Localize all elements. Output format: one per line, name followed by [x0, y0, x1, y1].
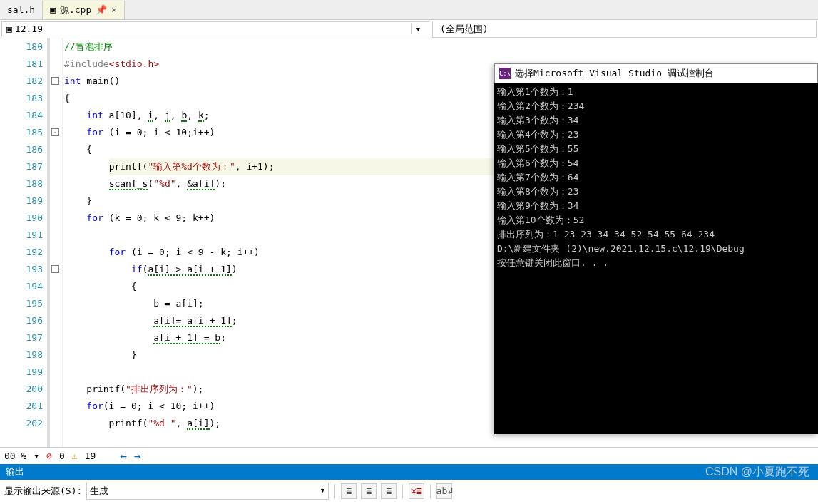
output-title: 输出 [6, 466, 24, 478]
error-count: 0 [59, 451, 65, 461]
error-icon[interactable]: ⊘ [46, 451, 52, 461]
fold-toggle[interactable]: - [51, 77, 59, 85]
folding-gutter: --- [50, 38, 63, 447]
output-wrap-button[interactable]: ab↲ [436, 483, 452, 499]
output-source-label: 显示输出来源(S): [4, 485, 82, 498]
breadcrumb-text: 12.19 [15, 24, 43, 34]
fold-toggle[interactable]: - [51, 128, 59, 136]
output-source-select[interactable]: 生成 ▾ [86, 483, 329, 500]
tab-label: sal.h [7, 4, 35, 15]
console-title: 选择Microsoft Visual Studio 调试控制台 [515, 66, 714, 81]
tab-salh[interactable]: sal.h [0, 1, 43, 19]
output-toolbar: 显示输出来源(S): 生成 ▾ ≣ ≣ ≣ ✕≣ ab↲ [0, 480, 818, 501]
output-btn-2[interactable]: ≣ [361, 483, 377, 499]
chevron-down-icon[interactable]: ▾ [411, 24, 424, 34]
debug-console-window[interactable]: C:\ 选择Microsoft Visual Studio 调试控制台 输入第1… [494, 63, 818, 434]
warning-count: 19 [85, 451, 96, 461]
fold-toggle[interactable]: - [51, 265, 59, 273]
output-btn-1[interactable]: ≣ [341, 483, 357, 499]
nav-back-icon[interactable]: ← [120, 449, 127, 463]
output-panel-header[interactable]: 输出 [0, 464, 818, 480]
chevron-down-icon: ▾ [319, 485, 325, 498]
scope-label: (全局范围) [440, 24, 489, 34]
tab-source-cpp[interactable]: ▣ 源.cpp 📌 ✕ [43, 1, 125, 19]
vs-icon: C:\ [499, 68, 511, 79]
pin-icon[interactable]: 📌 [96, 4, 107, 15]
file-icon: ▣ [50, 4, 56, 15]
console-titlebar[interactable]: C:\ 选择Microsoft Visual Studio 调试控制台 [494, 63, 818, 83]
tab-label: 源.cpp [60, 4, 91, 16]
breadcrumb-project[interactable]: ▣ 12.19 ▾ [1, 21, 429, 36]
output-btn-3[interactable]: ≣ [381, 483, 397, 499]
scope-selector[interactable]: (全局范围) [432, 21, 817, 38]
output-source-value: 生成 [90, 485, 108, 498]
tab-bar: sal.h ▣ 源.cpp 📌 ✕ [0, 0, 818, 20]
watermark: CSDN @小夏跑不死 [705, 465, 809, 480]
breadcrumb-bar: ▣ 12.19 ▾ (全局范围) [0, 20, 818, 38]
close-icon[interactable]: ✕ [111, 4, 117, 15]
editor-statusbar: 00 % ▾ ⊘0 ⚠19 ← → [0, 447, 818, 464]
project-icon: ▣ [6, 24, 12, 34]
warning-icon[interactable]: ⚠ [72, 451, 78, 461]
nav-forward-icon[interactable]: → [134, 449, 141, 463]
zoom-level[interactable]: 00 % [4, 451, 26, 461]
console-output: 输入第1个数为：1 输入第2个数为：234 输入第3个数为：34 输入第4个数为… [494, 83, 818, 272]
output-clear-button[interactable]: ✕≣ [409, 483, 424, 499]
line-gutter: 1801811821831841851861871881891901911921… [0, 38, 50, 447]
